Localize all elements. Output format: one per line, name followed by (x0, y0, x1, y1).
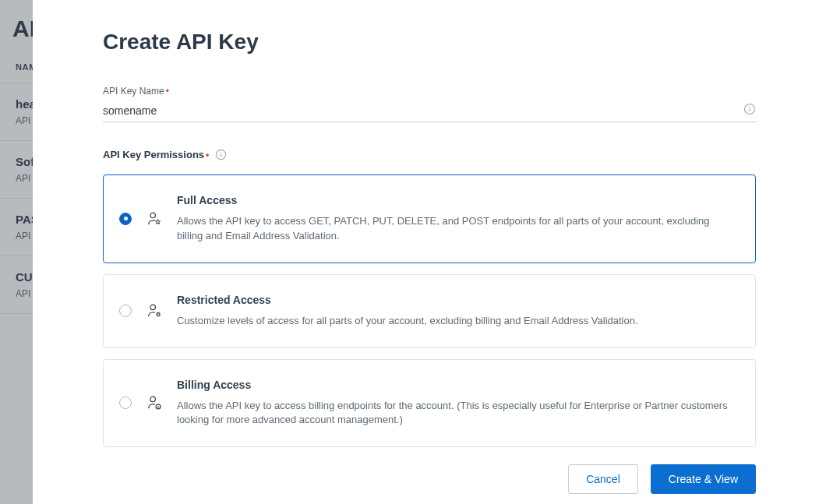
svg-point-5 (221, 152, 221, 153)
api-key-name-label: API Key Name• (103, 86, 756, 97)
create-and-view-button[interactable]: Create & View (651, 464, 756, 494)
user-dollar-icon: $ (146, 394, 163, 411)
svg-point-6 (150, 213, 155, 217)
option-description: Customize levels of access for all parts… (177, 314, 736, 329)
svg-point-8 (157, 313, 160, 316)
cancel-button[interactable]: Cancel (568, 464, 638, 494)
permission-option-restricted-access[interactable]: Restricted Access Customize levels of ac… (103, 274, 756, 348)
required-indicator: • (166, 86, 169, 97)
svg-point-2 (749, 106, 750, 107)
permission-option-billing-access[interactable]: $ Billing Access Allows the API key to a… (103, 359, 756, 448)
radio-button[interactable] (119, 213, 132, 225)
radio-button[interactable] (119, 305, 132, 317)
radio-button[interactable] (119, 397, 132, 409)
required-indicator: • (206, 150, 209, 160)
user-gear-icon (146, 302, 163, 319)
api-key-name-input[interactable] (103, 100, 756, 122)
permissions-label: API Key Permissions• (103, 149, 209, 160)
option-description: Allows the API key to access billing end… (177, 399, 736, 428)
svg-point-9 (150, 397, 155, 402)
create-api-key-modal: Create API Key API Key Name• API Key Per… (33, 0, 826, 504)
option-description: Allows the API key to access GET, PATCH,… (177, 214, 736, 244)
option-title: Billing Access (177, 379, 736, 391)
info-icon[interactable] (215, 149, 227, 160)
svg-point-7 (150, 305, 155, 309)
user-star-icon (146, 210, 163, 227)
option-title: Full Access (177, 194, 736, 206)
info-icon[interactable] (743, 103, 756, 115)
permission-option-full-access[interactable]: Full Access Allows the API key to access… (103, 174, 756, 263)
modal-title: Create API Key (103, 30, 756, 55)
option-title: Restricted Access (177, 294, 736, 306)
